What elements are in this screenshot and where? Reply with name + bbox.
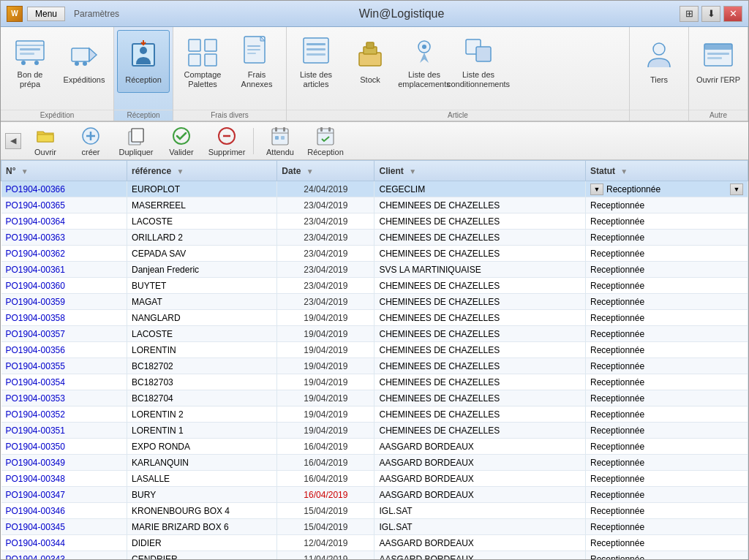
table-row[interactable]: PO1904-00346KRONENBOURG BOX 415/04/2019I… [1,503,748,519]
table-row[interactable]: PO1904-00356LORENTIN19/04/2019CHEMINEES … [1,342,748,358]
svg-rect-53 [320,127,323,132]
toolbar-reception-btn[interactable]: Réception [304,124,347,158]
toolbar-valider-btn[interactable]: Valider [160,124,203,158]
cell-date: 19/04/2019 [277,423,374,439]
cell-ref: LORENTIN 1 [127,423,277,439]
expedition-icon [67,37,102,72]
cell-date: 23/04/2019 [277,197,374,213]
reception-small-icon [315,126,336,146]
status-dropdown[interactable]: ▼ [590,183,603,195]
table-row[interactable]: PO1904-00343CENDRIER11/04/2019AASGARD BO… [1,551,748,561]
table-row[interactable]: PO1904-00347BURY16/04/2019AASGARD BORDEA… [1,487,748,503]
cell-statut: Receptionnée [586,406,748,423]
table-row[interactable]: PO1904-00365MASERREEL23/04/2019CHEMINEES… [1,197,748,213]
cell-num: PO1904-00346 [1,503,127,519]
table-row[interactable]: PO1904-00359MAGAT23/04/2019CHEMINEES DE … [1,294,748,310]
toolbar-supprimer-btn[interactable]: Supprimer [206,124,248,158]
cell-statut: Receptionnée [586,310,748,326]
cell-client: IGL.SAT [374,519,586,535]
table-row[interactable]: PO1904-00344DIDIER12/04/2019AASGARD BORD… [1,535,748,551]
conditionnements-icon [461,34,496,67]
cell-statut: Receptionnée [586,455,748,471]
main-content: N° ▼ référence ▼ Date ▼ Client ▼ [1,160,748,560]
ribbon-btn-comptage-palettes[interactable]: Comptage Palettes [176,30,229,93]
ribbon: Bon de prépa Expéditions Expédition [1,27,748,122]
ribbon-btn-liste-conditionnements[interactable]: Liste des conditionnements [452,30,505,93]
download-button[interactable]: ⬇ [701,6,720,22]
table-row[interactable]: PO1904-00362CEPADA SAV23/04/2019CHEMINEE… [1,246,748,262]
valider-icon [171,126,192,146]
table-row[interactable]: PO1904-00350EXPO RONDA16/04/2019AASGARD … [1,439,748,455]
table-row[interactable]: PO1904-00358NANGLARD19/04/2019CHEMINEES … [1,310,748,326]
svg-point-10 [140,47,147,54]
cell-date: 16/04/2019 [277,439,374,455]
ribbon-btn-expeditions[interactable]: Expéditions [58,30,110,93]
table-container[interactable]: N° ▼ référence ▼ Date ▼ Client ▼ [1,160,748,560]
col-client-label: Client [379,166,403,176]
col-ref[interactable]: référence ▼ [127,161,277,181]
table-row[interactable]: PO1904-00357LACOSTE19/04/2019CHEMINEES D… [1,326,748,342]
cell-num: PO1904-00356 [1,342,127,358]
table-row[interactable]: PO1904-00351LORENTIN 119/04/2019CHEMINEE… [1,423,748,439]
col-statut-filter-icon[interactable]: ▼ [620,167,628,175]
ribbon-btn-tiers[interactable]: Tiers [633,30,685,93]
col-client[interactable]: Client ▼ [374,161,586,181]
table-row[interactable]: PO1904-00348LASALLE16/04/2019AASGARD BOR… [1,471,748,487]
svg-rect-41 [132,129,143,142]
table-row[interactable]: PO1904-00366EUROPLOT24/04/2019CEGECLIM ▼… [1,181,748,197]
list-articles-icon [298,34,334,67]
table-row[interactable]: PO1904-00364LACOSTE23/04/2019CHEMINEES D… [1,213,748,230]
table-row[interactable]: PO1904-00354BC18270319/04/2019CHEMINEES … [1,374,748,390]
col-date[interactable]: Date ▼ [277,161,374,181]
toolbar-ouvrir-btn[interactable]: Ouvrir [24,124,67,158]
ribbon-btn-frais-annexes[interactable]: Frais Annexes [230,30,283,93]
cell-client: CHEMINEES DE CHAZELLES [374,197,586,213]
table-row[interactable]: PO1904-00355BC18270219/04/2019CHEMINEES … [1,358,748,374]
toolbar-attendu-btn[interactable]: Attendu [259,124,301,158]
table-header-row: N° ▼ référence ▼ Date ▼ Client ▼ [1,161,748,181]
ribbon-btn-liste-emplacements[interactable]: Liste des emplacements [398,30,451,93]
maximize-button[interactable]: ⊞ [680,6,699,22]
col-client-filter-icon[interactable]: ▼ [409,167,416,175]
table-row[interactable]: PO1904-00349KARLANQUIN16/04/2019AASGARD … [1,455,748,471]
ribbon-group-tiers: Tiers [630,27,689,121]
col-ref-filter-icon[interactable]: ▼ [176,167,184,175]
svg-point-30 [653,43,665,55]
ribbon-btn-stock[interactable]: Stock [344,30,396,93]
svg-rect-11 [189,39,200,51]
ribbon-btn-ouvrir-erp[interactable]: Ouvrir l'ERP [692,30,745,93]
ribbon-btn-bon-de-prepa[interactable]: Bon de prépa [4,30,56,93]
table-row[interactable]: PO1904-00360BUYTET23/04/2019CHEMINEES DE… [1,278,748,294]
attendu-label: Attendu [266,148,294,156]
cell-statut: Receptionnée [586,294,748,310]
ribbon-btn-reception[interactable]: Réception [117,30,170,93]
toolbar-back-btn[interactable]: ◀ [5,133,21,149]
status-dropdown-right[interactable]: ▼ [730,183,743,195]
col-statut[interactable]: Statut ▼ [586,161,748,181]
cell-client: AASGARD BORDEAUX [374,471,586,487]
svg-point-7 [75,61,79,66]
col-date-filter-icon[interactable]: ▼ [306,167,314,175]
tiers-label: Tiers [650,75,668,85]
menu-button[interactable]: Menu [27,7,65,21]
cell-date: 19/04/2019 [277,374,374,390]
table-row[interactable]: PO1904-00352LORENTIN 219/04/2019CHEMINEE… [1,406,748,423]
table-row[interactable]: PO1904-00361Danjean Frederic23/04/2019SV… [1,262,748,278]
params-link[interactable]: Paramètres [69,7,124,20]
table-row[interactable]: PO1904-00353BC18270419/04/2019CHEMINEES … [1,390,748,406]
cell-ref: LORENTIN 2 [127,406,277,423]
cell-ref: LORENTIN [127,342,277,358]
svg-rect-51 [317,129,334,145]
table-row[interactable]: PO1904-00363ORILLARD 223/04/2019CHEMINEE… [1,230,748,246]
tiers-group-label [630,110,688,119]
toolbar-creer-btn[interactable]: créer [69,124,112,158]
toolbar-dupliquer-btn[interactable]: Dupliquer [115,124,157,158]
cell-date: 12/04/2019 [277,535,374,551]
table-row[interactable]: PO1904-00345MARIE BRIZARD BOX 615/04/201… [1,519,748,535]
col-num-filter-icon[interactable]: ▼ [21,167,29,175]
cell-client: CHEMINEES DE CHAZELLES [374,310,586,326]
col-num[interactable]: N° ▼ [1,161,127,181]
close-button[interactable]: ✕ [723,6,742,22]
ribbon-btn-liste-articles[interactable]: Liste des articles [290,30,342,93]
cell-ref: MAGAT [127,294,277,310]
